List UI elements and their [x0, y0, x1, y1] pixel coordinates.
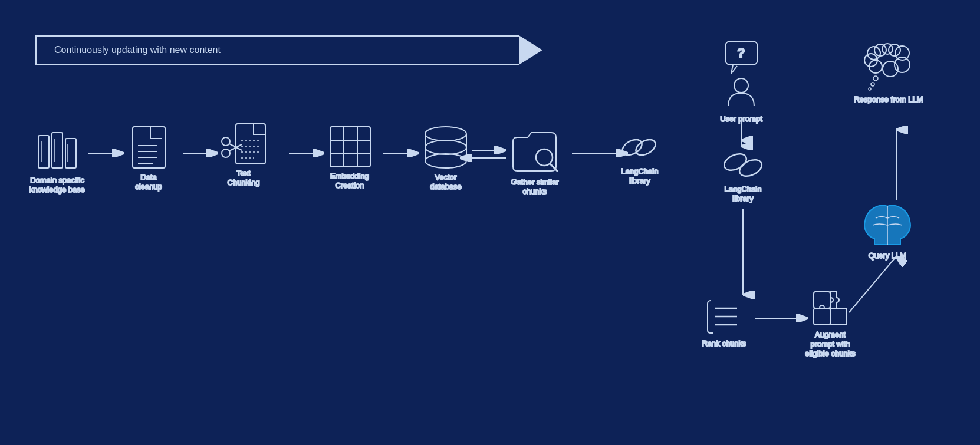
- svg-text:library: library: [629, 176, 650, 185]
- svg-text:LangChain: LangChain: [725, 184, 762, 193]
- svg-text:Vector: Vector: [435, 173, 458, 182]
- svg-rect-2: [65, 139, 76, 168]
- arrow-augment-to-query: [849, 256, 896, 312]
- svg-text:database: database: [430, 182, 462, 191]
- user-prompt-icon: ? User prompt: [720, 41, 762, 123]
- svg-point-76: [871, 83, 874, 86]
- svg-point-75: [873, 76, 878, 81]
- svg-point-70: [867, 47, 880, 60]
- svg-text:Rank chunks: Rank chunks: [702, 339, 746, 348]
- vector-database-icon: Vector database: [425, 127, 466, 191]
- svg-rect-26: [330, 127, 370, 167]
- svg-text:knowledge base: knowledge base: [29, 185, 85, 194]
- svg-rect-1: [52, 133, 63, 168]
- svg-rect-62: [830, 308, 847, 325]
- text-chunking-icon: Text Chunking: [222, 124, 265, 187]
- augment-icon: Augment prompt with eligible chunks: [805, 292, 856, 358]
- main-svg: Domain specific knowledge base Data clea…: [0, 0, 979, 445]
- data-cleanup-icon: Data cleanup: [133, 127, 165, 191]
- svg-point-50: [734, 78, 748, 93]
- langchain-icon: LangChain library: [620, 136, 659, 185]
- svg-point-77: [869, 88, 871, 90]
- svg-point-52: [722, 151, 749, 174]
- svg-point-21: [222, 149, 230, 157]
- svg-text:library: library: [732, 194, 754, 203]
- response-llm-icon: Response from LLM: [854, 44, 923, 104]
- svg-text:eligible chunks: eligible chunks: [805, 349, 856, 358]
- svg-text:prompt with: prompt with: [810, 339, 850, 348]
- svg-point-66: [895, 46, 909, 60]
- svg-rect-0: [38, 136, 49, 168]
- svg-rect-61: [814, 308, 830, 325]
- svg-point-36: [425, 154, 466, 168]
- svg-text:chunks: chunks: [522, 187, 547, 196]
- svg-text:LangChain: LangChain: [621, 167, 659, 176]
- svg-text:Response from LLM: Response from LLM: [854, 95, 923, 104]
- query-llm-icon: Query LLM: [864, 206, 910, 260]
- gather-chunks-icon: Gather similar chunks: [511, 133, 560, 196]
- svg-point-67: [889, 44, 900, 56]
- svg-text:Text: Text: [236, 169, 251, 177]
- svg-text:Gather similar: Gather similar: [511, 177, 560, 186]
- svg-text:Domain specific: Domain specific: [30, 176, 84, 184]
- svg-text:Data: Data: [140, 173, 157, 182]
- svg-rect-8: [133, 127, 165, 168]
- svg-text:?: ?: [737, 45, 745, 60]
- svg-text:Creation: Creation: [335, 181, 364, 190]
- svg-text:Augment: Augment: [815, 330, 846, 339]
- svg-point-37: [425, 140, 466, 154]
- langchain-right-icon: LangChain library: [722, 151, 764, 203]
- svg-point-20: [222, 137, 230, 146]
- svg-text:Chunking: Chunking: [228, 178, 260, 187]
- svg-text:Embedding: Embedding: [330, 172, 369, 180]
- svg-point-53: [737, 157, 764, 180]
- svg-text:cleanup: cleanup: [135, 182, 162, 191]
- rank-chunks-icon: Rank chunks: [702, 301, 746, 348]
- svg-point-33: [425, 127, 466, 141]
- diagram-container: Continuously updating with new content D…: [0, 0, 980, 445]
- embedding-creation-icon: Embedding Creation: [330, 127, 370, 190]
- knowledge-base-icon: Domain specific knowledge base: [29, 133, 85, 194]
- svg-text:Query LLM: Query LLM: [869, 251, 906, 260]
